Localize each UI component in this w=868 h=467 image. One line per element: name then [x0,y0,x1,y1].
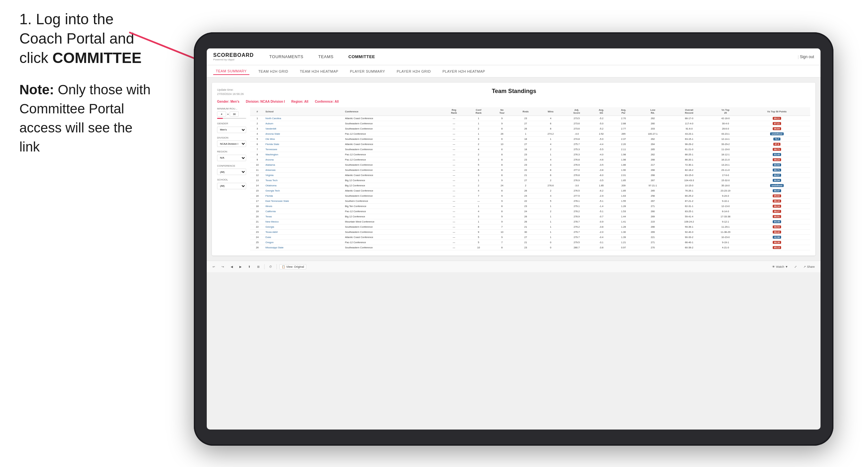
cell-low: 262 [634,136,671,142]
sub-nav-team-h2h-heatmap[interactable]: TEAM H2H HEATMAP [297,68,341,74]
cell-avg-par: 1.85 [613,188,635,193]
toolbar-divider-2 [277,264,277,269]
table-row: 21 New Mexico Mountain West Conference —… [250,219,810,224]
cell-wins: 2 [538,188,563,193]
cell-school: Texas [265,214,344,219]
cell-adj-score: 276.8 [563,157,590,162]
cell-conf-rank: — [466,198,491,204]
cell-vs-top-50: 73.7 [744,136,810,142]
cell-conference: Southeastern Conference [344,224,442,229]
cell-school: Arizona State [265,131,344,136]
cell-adj-score: 276.9 [563,178,590,183]
nav-teams[interactable]: TEAMS [316,53,336,60]
min-rou-filter: Minimum Rou... - [217,107,246,119]
school-filter: School (All) [217,178,246,189]
conference-select[interactable]: (All) [217,168,246,175]
min-rou-to-input[interactable] [230,112,239,117]
watch-button[interactable]: 👁 Watch ▼ [770,264,790,269]
scoreboard-card: Update time: 27/03/2024 16:56:26 Team St… [212,83,815,255]
cell-wins: 1 [538,136,563,142]
cell-wins: 4 [538,116,563,121]
cell-overall-record: 59-39-1 [671,224,708,229]
cell-no-tour: 6 [491,147,513,152]
gender-select[interactable]: Men's Women's [217,127,246,133]
cell-no-tour: 8 [491,209,513,214]
cell-conference: Pac-12 Conference [344,157,442,162]
cell-adj-score: 278.9 [563,214,590,219]
cell-overall-record: 86-25-1 [671,152,708,157]
table-row: 24 Duke Atlantic Coast Conference — 5 9 … [250,235,810,240]
toolbar-time[interactable]: ⏱ [267,264,274,269]
share-label: Share [807,265,815,269]
cell-conference: Atlantic Coast Conference [344,235,442,240]
cell-reg-rank: — [442,173,466,178]
toolbar-expand[interactable]: ⤢ [793,264,799,269]
toolbar-redo[interactable]: ↪ [220,264,226,269]
cell-vs-top-25: 11-19-0 [708,147,744,152]
cell-no-tour: 24 [491,183,513,188]
cell-reg-rank: — [442,162,466,167]
update-time-label: Update time: [217,88,244,92]
cell-conf-rank: 4 [466,209,491,214]
share-button[interactable]: ↗ Share [802,264,817,269]
sub-nav-team-summary[interactable]: TEAM SUMMARY [213,68,249,75]
range-slider [217,118,246,119]
cell-avg-sg: -5.1 [590,198,613,204]
cell-adj-score: 277.0 [563,167,590,173]
nav-committee[interactable]: COMMITTEE [346,53,378,60]
sign-out-button[interactable]: Sign out [798,55,814,59]
sub-nav-player-h2h-heatmap[interactable]: PLAYER H2H HEATMAP [440,68,488,74]
col-wins: Wins [538,107,563,116]
cell-vs-top-25: 10-23-0 [708,235,744,240]
cell-conference: Atlantic Coast Conference [344,188,442,193]
nav-tournaments[interactable]: TOURNAMENTS [267,53,306,60]
tablet-screen: SCOREBOARD Powered by clippd TOURNAMENTS… [207,49,820,430]
cell-avg-par: 0.97 [613,245,635,250]
division-select[interactable]: NCAA Division I NCAA Division II NCAA Di… [217,141,246,147]
cell-wins: 276.6 [538,183,563,188]
share-icon: ↗ [803,265,806,269]
toolbar-undo[interactable]: ↩ [211,264,217,269]
cell-reg-rank: — [442,136,466,142]
sub-nav-player-h2h-grid[interactable]: PLAYER H2H GRID [394,68,434,74]
cell-conference: Atlantic Coast Conference [344,142,442,147]
toolbar-copy[interactable]: ⊞ [255,264,262,269]
cell-reg-rank: — [442,131,466,136]
col-avg-sg: Avg.SG [590,107,613,116]
cell-avg-par: 1.28 [613,204,635,209]
region-select[interactable]: N/A [217,155,246,161]
cell-reg-rank: — [442,214,466,219]
cell-no-tour: 8 [491,126,513,131]
table-row: 5 Ole Miss Southeastern Conference — 3 6… [250,136,810,142]
toolbar-share-small[interactable]: ⬆ [246,264,253,269]
school-select[interactable]: (All) [217,183,246,189]
cell-conference: Southeastern Conference [344,245,442,250]
cell-avg-par: 209 [613,183,635,188]
sub-nav-player-summary[interactable]: PLAYER SUMMARY [347,68,388,74]
toolbar-back[interactable]: ◀ [229,264,235,269]
cell-rnds: 18 [513,136,538,142]
conference-filter-display: Conference: All [315,100,339,103]
cell-low: 100-27-1 [634,131,671,136]
toolbar-forward[interactable]: ▶ [238,264,244,269]
cell-adj-score: 276.3 [563,152,590,157]
conference-value: All [335,100,339,103]
cell-wins: 5 [538,198,563,204]
cell-school: Florida [265,193,344,198]
min-rou-from-input[interactable] [217,112,226,117]
cell-school: Texas Tech [265,178,344,183]
cell-overall-record: 62-31-1 [671,204,708,209]
table-row: 18 Illinois Big Ten Conference — 1 8 23 … [250,204,810,209]
cell-no-tour: 26 [491,131,513,136]
sub-nav-team-h2h-grid[interactable]: TEAM H2H GRID [256,68,291,74]
cell-low: 267 [634,198,671,204]
cell-adj-score: 279.1 [563,204,590,209]
cell-wins: 1 [538,235,563,240]
app-logo: SCOREBOARD Powered by clippd [213,52,254,61]
content-layout: Minimum Rou... - Gender [217,107,810,250]
cell-vs-top-50: 88.38 [744,240,810,245]
cell-no-tour: 9 [491,198,513,204]
cell-reg-rank: — [442,116,466,121]
view-original-button[interactable]: 📋 View: Original [279,264,306,269]
main-content: Update time: 27/03/2024 16:56:26 Team St… [207,77,820,261]
